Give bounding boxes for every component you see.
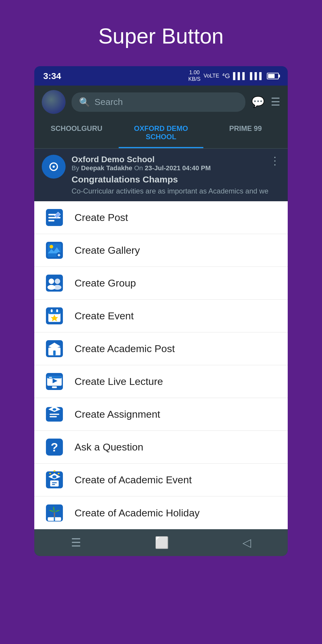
menu-item-ask-question[interactable]: ? Ask a Question bbox=[34, 431, 288, 464]
status-time: 3:34 bbox=[43, 71, 61, 81]
create-academic-event-label: Create of Academic Event bbox=[75, 474, 192, 486]
create-gallery-label: Create Gallery bbox=[75, 244, 140, 256]
bottom-nav: ☰ ⬜ ◁ bbox=[34, 529, 288, 556]
header-icons: 💬 ☰ bbox=[251, 96, 280, 108]
menu-item-create-academic-post[interactable]: Create Academic Post bbox=[34, 332, 288, 365]
academic-post-icon bbox=[43, 338, 66, 360]
post-title: Congratulations Champs bbox=[72, 174, 280, 185]
hamburger-icon[interactable]: ☰ bbox=[271, 96, 280, 108]
group-icon bbox=[43, 272, 66, 294]
create-live-lecture-label: Create Live Lecture bbox=[75, 376, 163, 387]
signal-icon2: ▌▌▌ bbox=[250, 72, 264, 80]
svg-rect-19 bbox=[51, 309, 52, 312]
menu-item-create-assignment[interactable]: Create Assignment bbox=[34, 398, 288, 431]
post-by-label: By bbox=[72, 164, 81, 172]
svg-rect-30 bbox=[49, 377, 52, 378]
tab-oxford[interactable]: OXFORD DEMO SCHOOL bbox=[119, 118, 203, 148]
post-area: Oxford Demo School By Deepak Tadakhe On … bbox=[34, 149, 288, 201]
live-lecture-icon bbox=[43, 370, 66, 393]
menu-item-create-group[interactable]: Create Group bbox=[34, 267, 288, 300]
menu-item-create-academic-event[interactable]: Create of Academic Event bbox=[34, 464, 288, 496]
post-school-name: Oxford Demo School bbox=[72, 155, 280, 164]
post-body: Co-Curricular activities are as importan… bbox=[72, 187, 280, 195]
create-event-label: Create Event bbox=[75, 310, 134, 322]
svg-rect-33 bbox=[49, 414, 59, 415]
svg-point-9 bbox=[49, 245, 53, 248]
search-input-label: Search bbox=[95, 97, 123, 107]
search-bar[interactable]: 🔍 Search bbox=[72, 92, 245, 112]
post-more-button[interactable]: ⋮ bbox=[270, 155, 280, 167]
back-nav-icon[interactable]: ◁ bbox=[242, 536, 251, 549]
svg-point-38 bbox=[52, 475, 56, 478]
svg-point-12 bbox=[49, 278, 54, 284]
menu-item-create-event[interactable]: Create Event bbox=[34, 300, 288, 332]
svg-rect-18 bbox=[48, 310, 61, 314]
svg-rect-44 bbox=[52, 484, 55, 485]
menu-item-create-academic-holiday[interactable]: Create of Academic Holiday bbox=[34, 496, 288, 529]
svg-rect-34 bbox=[49, 416, 57, 417]
create-academic-holiday-label: Create of Academic Holiday bbox=[75, 507, 200, 519]
svg-rect-24 bbox=[53, 351, 55, 355]
post-icon bbox=[43, 206, 66, 229]
school-avatar bbox=[42, 155, 66, 179]
search-icon: 🔍 bbox=[79, 97, 90, 107]
create-academic-post-label: Create Academic Post bbox=[75, 343, 175, 354]
svg-rect-27 bbox=[52, 386, 57, 388]
menu-item-create-gallery[interactable]: Create Gallery bbox=[34, 234, 288, 267]
create-assignment-label: Create Assignment bbox=[75, 408, 160, 420]
svg-text:?: ? bbox=[51, 440, 58, 454]
post-author: Deepak Tadakhe bbox=[81, 164, 132, 172]
network-speed-icon: 1.00KB/S bbox=[188, 69, 201, 82]
menu-list: Create Post Create Gallery bbox=[34, 201, 288, 529]
post-date: 23-Jul-2021 04:40 PM bbox=[145, 164, 210, 172]
question-icon: ? bbox=[43, 436, 66, 458]
volte-icon: VoLTE bbox=[204, 73, 219, 79]
ask-question-label: Ask a Question bbox=[75, 441, 143, 453]
tab-prime99[interactable]: PRIME 99 bbox=[203, 118, 288, 148]
assignment-icon bbox=[43, 403, 66, 425]
phone-frame: 3:34 1.00KB/S VoLTE ⁴G ▌▌▌ ▌▌▌ 🔍 Search … bbox=[34, 66, 288, 556]
chat-icon[interactable]: 💬 bbox=[251, 96, 265, 108]
svg-rect-20 bbox=[56, 309, 58, 312]
svg-point-15 bbox=[53, 285, 61, 290]
app-header: 🔍 Search 💬 ☰ bbox=[34, 86, 288, 118]
svg-rect-6 bbox=[48, 220, 54, 222]
status-bar: 3:34 1.00KB/S VoLTE ⁴G ▌▌▌ ▌▌▌ bbox=[34, 66, 288, 86]
svg-rect-42 bbox=[50, 481, 58, 487]
svg-rect-43 bbox=[52, 482, 57, 483]
create-group-label: Create Group bbox=[75, 277, 136, 289]
square-nav-icon[interactable]: ⬜ bbox=[155, 536, 169, 549]
svg-rect-48 bbox=[54, 517, 55, 521]
post-meta: By Deepak Tadakhe On 23-Jul-2021 04:40 P… bbox=[72, 164, 280, 172]
svg-rect-5 bbox=[48, 217, 61, 218]
svg-point-13 bbox=[55, 278, 60, 284]
svg-point-32 bbox=[52, 408, 56, 411]
gallery-icon bbox=[43, 239, 66, 261]
hamburger-nav-icon[interactable]: ☰ bbox=[71, 536, 81, 549]
academic-event-icon bbox=[43, 469, 66, 491]
page-title: Super Button bbox=[98, 24, 224, 48]
event-icon bbox=[43, 305, 66, 327]
svg-rect-11 bbox=[46, 275, 63, 292]
post-content: Oxford Demo School By Deepak Tadakhe On … bbox=[72, 155, 280, 195]
svg-point-2 bbox=[52, 165, 55, 168]
battery-icon bbox=[267, 73, 279, 79]
status-icons: 1.00KB/S VoLTE ⁴G ▌▌▌ ▌▌▌ bbox=[188, 69, 279, 82]
post-on-label: On bbox=[134, 164, 145, 172]
academic-holiday-icon bbox=[43, 502, 66, 524]
tab-bar: SCHOOLGURU OXFORD DEMO SCHOOL PRIME 99 bbox=[34, 118, 288, 149]
menu-item-create-live-lecture[interactable]: Create Live Lecture bbox=[34, 365, 288, 398]
create-post-label: Create Post bbox=[75, 212, 128, 223]
menu-item-create-post[interactable]: Create Post bbox=[34, 201, 288, 234]
signal-icon: ▌▌▌ bbox=[233, 72, 247, 80]
tab-schoolguru[interactable]: SCHOOLGURU bbox=[34, 118, 119, 148]
network-icon: ⁴G bbox=[222, 72, 230, 80]
avatar[interactable] bbox=[42, 90, 66, 114]
